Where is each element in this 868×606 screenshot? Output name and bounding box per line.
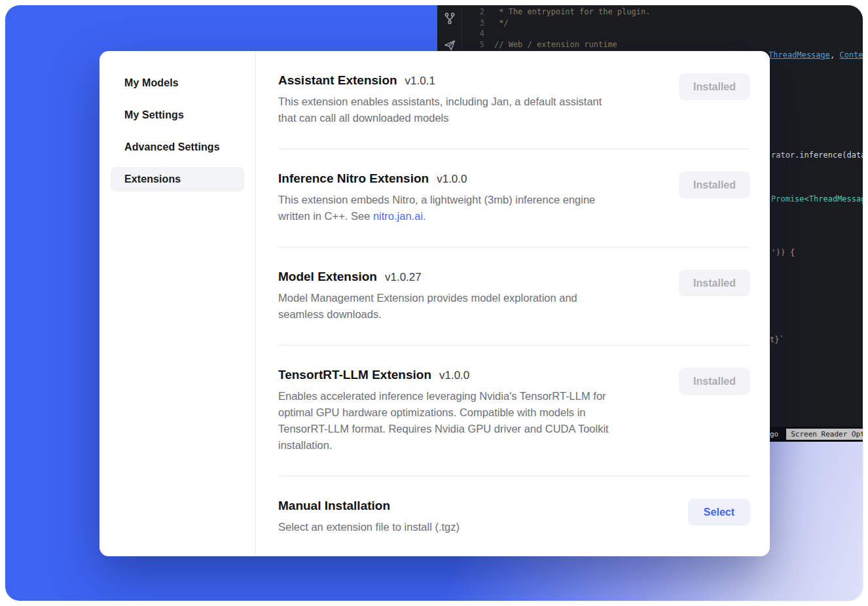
extension-head: Inference Nitro Extension v1.0.0 [278,171,595,186]
extension-info: Manual Installation Select an extension … [278,499,460,535]
status-text: go [770,430,778,438]
extension-row-nitro: Inference Nitro Extension v1.0.0 This ex… [278,149,750,247]
code-text: * The entrypoint for the plugin. [494,7,650,16]
punctuation: , [830,50,839,60]
send-icon[interactable] [443,38,457,52]
sidebar-item-my-models[interactable]: My Models [111,71,244,96]
extension-head: Model Extension v1.0.27 [278,270,577,284]
settings-modal: My Models My Settings Advanced Settings … [99,51,770,556]
sidebar-item-advanced-settings[interactable]: Advanced Settings [111,135,244,160]
code-text: */ [494,18,509,27]
screen-reader-badge[interactable]: Screen Reader Optimize [786,429,863,440]
sidebar-item-extensions[interactable]: Extensions [111,167,244,192]
manual-installation-description: Select an extension file to install (.tg… [278,519,460,535]
extension-head: Manual Installation [278,499,460,513]
extension-title: Assistant Extension [278,73,397,88]
settings-sidebar: My Models My Settings Advanced Settings … [99,51,256,556]
import-token: ThreadMessage [769,50,830,60]
extension-description: This extension enables assistants, inclu… [278,94,602,126]
extension-row-assistant: Assistant Extension v1.0.1 This extensio… [278,71,750,149]
installed-button-nitro[interactable]: Installed [679,171,750,198]
extensions-panel: Assistant Extension v1.0.1 This extensio… [256,51,770,556]
extension-info: Assistant Extension v1.0.1 This extensio… [278,73,602,126]
extension-head: TensortRT-LLM Extension v1.0.0 [278,368,609,382]
line-number: 5 [462,39,484,50]
extension-description: Model Management Extension provides mode… [278,290,577,323]
manual-installation-title: Manual Installation [278,499,390,513]
screenshot-canvas: 2 * The entrypoint for the plugin. 3 */ … [0,0,868,606]
extension-version: v1.0.0 [439,369,469,382]
extension-row-model: Model Extension v1.0.27 Model Management… [278,247,750,346]
extension-head: Assistant Extension v1.0.1 [278,73,602,88]
code-line: 4 [462,28,863,39]
extension-row-tensorrt: TensortRT-LLM Extension v1.0.0 Enables a… [278,346,750,476]
extension-info: Inference Nitro Extension v1.0.0 This ex… [278,171,595,224]
code-fragment: Promise<ThreadMessage> [771,194,863,204]
sidebar-item-my-settings[interactable]: My Settings [111,103,244,128]
code-line: 2 * The entrypoint for the plugin. [462,7,863,18]
code-text: // Web / extension runtime [494,40,617,49]
extension-title: Model Extension [278,270,377,284]
extension-info: TensortRT-LLM Extension v1.0.0 Enables a… [278,368,609,454]
code-fragment: rator.inference(data)); [771,151,863,160]
extension-version: v1.0.1 [405,75,435,88]
extension-title: Inference Nitro Extension [278,171,429,186]
code-line: 3 */ [462,18,863,29]
import-token: ContentType [839,50,863,60]
line-number: 2 [462,7,484,18]
extension-title: TensortRT-LLM Extension [278,368,431,382]
code-fragment: ')) { [771,248,795,257]
description-text: This extension embeds Nitro, a lightweig… [278,194,595,222]
git-fork-icon[interactable] [443,11,457,26]
installed-button-assistant[interactable]: Installed [679,73,750,100]
manual-installation-row: Manual Installation Select an extension … [278,476,750,556]
nitro-jan-ai-link[interactable]: nitro.jan.ai. [373,210,426,222]
background-gradient: 2 * The entrypoint for the plugin. 3 */ … [5,5,863,601]
installed-button-tensorrt[interactable]: Installed [679,368,750,395]
select-file-button[interactable]: Select [688,499,750,526]
line-number: 4 [462,28,484,39]
extension-info: Model Extension v1.0.27 Model Management… [278,270,577,323]
line-number: 3 [462,18,484,29]
extension-description: Enables accelerated inference leveraging… [278,388,609,454]
code-fragment: t}` [770,335,784,344]
code-line: 5// Web / extension runtime [462,39,863,50]
extension-description: This extension embeds Nitro, a lightweig… [278,192,595,224]
installed-button-model[interactable]: Installed [679,270,750,296]
extension-version: v1.0.27 [385,271,422,284]
extension-version: v1.0.0 [437,173,467,186]
